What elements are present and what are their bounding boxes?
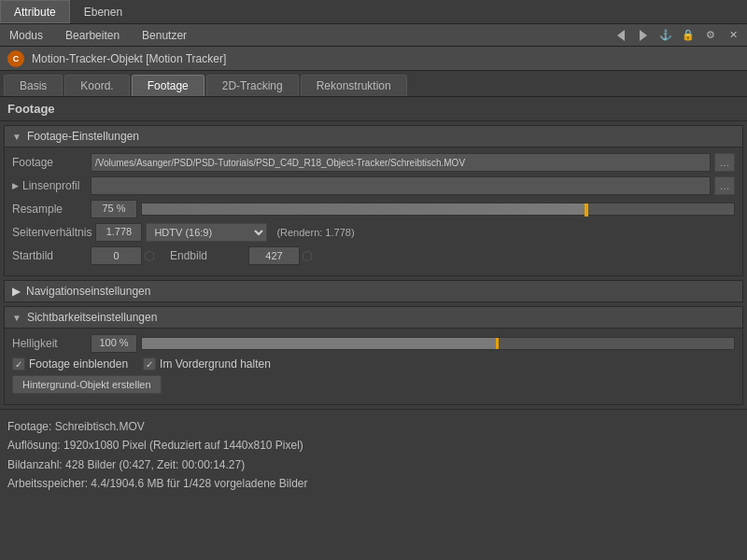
linsenprofil-input[interactable] <box>91 176 711 195</box>
helligkeit-slider[interactable] <box>141 337 735 350</box>
tab-2d-tracking[interactable]: 2D-Tracking <box>206 75 299 96</box>
top-tab-bar: Attribute Ebenen <box>0 0 747 24</box>
helligkeit-label: Helligkeit <box>12 337 87 350</box>
vordergrund-label: Im Vordergrund halten <box>160 357 271 371</box>
footage-path-input[interactable] <box>91 153 711 172</box>
footage-label: Footage <box>12 156 87 169</box>
button-row: Hintergrund-Objekt erstellen <box>12 375 735 394</box>
hintergrund-button[interactable]: Hintergrund-Objekt erstellen <box>12 375 162 394</box>
startbild-label: Startbild <box>12 249 87 262</box>
einblenden-label: Footage einblenden <box>29 357 128 371</box>
tab-footage[interactable]: Footage <box>132 75 204 96</box>
footage-group-body: Footage … ▶ Linsenprofil … Resample 75 % <box>5 147 742 275</box>
menu-modus[interactable]: Modus <box>6 27 47 44</box>
info-line-3: Bildanzahl: 428 Bilder (0:427, Zeit: 00:… <box>7 455 740 474</box>
helligkeit-handle <box>496 338 499 349</box>
tab-attribute[interactable]: Attribute <box>0 0 70 23</box>
linsenprofil-arrow-icon: ▶ <box>12 181 19 190</box>
seitenverhaeltnis-dropdown[interactable]: HDTV (16:9) <box>146 223 267 242</box>
sichtbarkeit-group: ▼ Sichtbarkeitseinstellungen Helligkeit … <box>4 306 743 405</box>
linsenprofil-row: ▶ Linsenprofil … <box>12 176 735 195</box>
einblenden-wrap: ✓ Footage einblenden <box>12 357 128 371</box>
arrow-right-icon[interactable] <box>635 27 652 44</box>
title-bar: C Motion-Tracker-Objekt [Motion Tracker] <box>0 47 747 71</box>
info-line-1: Footage: Schreibtisch.MOV <box>7 417 740 436</box>
helligkeit-row: Helligkeit 100 % <box>12 334 735 353</box>
resample-value[interactable]: 75 % <box>91 200 137 218</box>
linsenprofil-browse-button[interactable]: … <box>714 176 735 195</box>
resample-fill <box>142 203 586 215</box>
endbild-input[interactable] <box>248 246 300 265</box>
seitenverhaeltnis-row: Seitenverhältnis 1.778 HDTV (16:9) (Rend… <box>12 223 735 242</box>
settings-icon[interactable]: ⚙ <box>702 27 719 44</box>
tab-rekonstruktion[interactable]: Rekonstruktion <box>301 75 407 96</box>
startbild-endbild-row: Startbild ⬡ Endbild ⬡ <box>12 246 735 265</box>
navigation-arrow-icon: ▶ <box>12 285 21 298</box>
startbild-spinner[interactable]: ⬡ <box>144 248 155 263</box>
vordergrund-checkbox[interactable]: ✓ <box>143 357 156 371</box>
render-text: (Rendern: 1.778) <box>276 227 354 238</box>
resample-row: Resample 75 % <box>12 200 735 218</box>
footage-path-row: Footage … <box>12 153 735 172</box>
resample-slider-group: 75 % <box>91 200 735 218</box>
resample-slider[interactable] <box>141 203 735 216</box>
checkbox-row: ✓ Footage einblenden ✓ Im Vordergrund ha… <box>12 357 735 371</box>
startbild-input[interactable] <box>91 246 142 265</box>
sichtbarkeit-group-header[interactable]: ▼ Sichtbarkeitseinstellungen <box>5 307 742 329</box>
close-icon[interactable]: ✕ <box>725 27 741 44</box>
info-line-2: Auflösung: 1920x1080 Pixel (Reduziert au… <box>7 436 740 455</box>
collapse-arrow-icon: ▼ <box>12 132 21 142</box>
resample-label: Resample <box>12 203 87 216</box>
footage-browse-button[interactable]: … <box>714 153 735 172</box>
tab-strip: Basis Koord. Footage 2D-Tracking Rekonst… <box>0 71 747 97</box>
navigation-group[interactable]: ▶ Navigationseinstellungen <box>4 280 743 302</box>
app-logo: C <box>7 50 24 67</box>
tab-koord[interactable]: Koord. <box>64 75 129 96</box>
lock-icon[interactable]: 🔒 <box>680 27 697 44</box>
info-section: Footage: Schreibtisch.MOV Auflösung: 192… <box>0 409 747 501</box>
seitenverhaeltnis-value[interactable]: 1.778 <box>95 223 142 242</box>
tab-basis[interactable]: Basis <box>4 75 63 96</box>
footage-section-title: Footage <box>0 97 747 121</box>
anchor-icon[interactable]: ⚓ <box>657 27 674 44</box>
menu-bearbeiten[interactable]: Bearbeiten <box>62 27 123 44</box>
tab-ebenen[interactable]: Ebenen <box>70 0 136 23</box>
endbild-label: Endbild <box>170 249 245 262</box>
seitenverhaeltnis-label: Seitenverhältnis <box>12 226 92 239</box>
sichtbarkeit-group-body: Helligkeit 100 % ✓ Footage einblenden ✓ … <box>5 329 742 404</box>
footage-group-header[interactable]: ▼ Footage-Einstellungen <box>5 126 742 147</box>
arrow-left-icon[interactable] <box>613 27 629 44</box>
vordergrund-wrap: ✓ Im Vordergrund halten <box>143 357 271 371</box>
footage-group: ▼ Footage-Einstellungen Footage … ▶ Lins… <box>4 125 743 276</box>
helligkeit-fill <box>142 338 497 349</box>
einblenden-checkbox[interactable]: ✓ <box>12 357 25 371</box>
info-line-4: Arbeitsspeicher: 4.4/1904.6 MB für 1/428… <box>7 474 740 493</box>
menu-right-icons: ⚓ 🔒 ⚙ ✕ <box>613 27 741 44</box>
resample-handle <box>585 203 588 217</box>
menu-benutzer[interactable]: Benutzer <box>138 27 190 44</box>
endbild-spinner[interactable]: ⬡ <box>302 248 313 263</box>
helligkeit-slider-group: 100 % <box>91 334 735 353</box>
menu-bar: Modus Bearbeiten Benutzer ⚓ 🔒 ⚙ ✕ <box>0 24 747 47</box>
linsenprofil-label: Linsenprofil <box>22 179 79 192</box>
helligkeit-value[interactable]: 100 % <box>91 334 137 353</box>
title-text: Motion-Tracker-Objekt [Motion Tracker] <box>32 52 226 65</box>
sichtbarkeit-arrow-icon: ▼ <box>12 313 21 323</box>
